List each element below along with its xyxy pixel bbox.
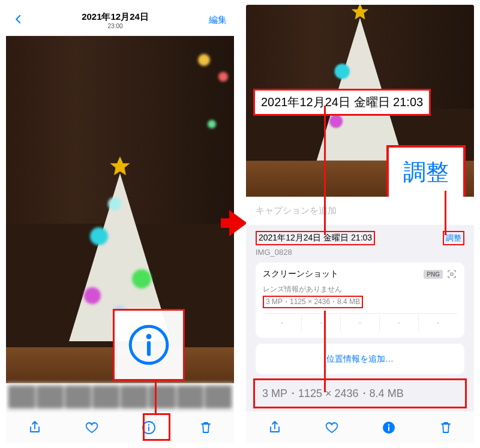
heart-icon — [325, 420, 339, 435]
camera-scan-icon — [446, 269, 457, 279]
photo-info-panel: 2021年12月24日 金曜日 21:03 調整 キャプションを追加 2021年… — [246, 5, 474, 443]
svg-point-3 — [146, 334, 152, 339]
chevron-left-icon — [13, 14, 24, 25]
header-time: 23:00 — [82, 23, 149, 29]
svg-point-6 — [388, 424, 389, 426]
media-type-label: スクリーンショット — [263, 269, 338, 279]
datetime-callout-large: 2021年12月24日 金曜日 21:03 — [253, 89, 431, 116]
adjust-callout-large: 調整 — [386, 145, 466, 197]
edit-button[interactable]: 編集 — [203, 14, 227, 26]
dimensions-callout-large: 3 MP・1125 × 2436・8.4 MB — [253, 378, 467, 408]
bottom-toolbar-right — [246, 411, 474, 443]
svg-point-4 — [451, 273, 454, 276]
share-icon — [268, 420, 282, 435]
share-button[interactable] — [266, 419, 283, 436]
header-date: 2021年12月24日 — [82, 11, 149, 23]
bottom-toolbar — [6, 411, 234, 443]
add-location-button[interactable]: 位置情報を追加… — [256, 344, 464, 374]
filename-label: IMG_0828 — [256, 248, 464, 257]
exif-row: - - - - - — [263, 313, 457, 332]
caption-input[interactable]: キャプションを追加 — [246, 197, 474, 225]
flow-arrow-icon — [229, 210, 247, 236]
lens-info: レンズ情報がありません — [263, 283, 457, 296]
dimensions-label: 3 MP・1125 × 2436・8.4 MB — [263, 296, 363, 308]
delete-button[interactable] — [437, 419, 454, 436]
metadata-datetime: 2021年12月24日 金曜日 21:03 — [256, 231, 375, 245]
image-info-card: スクリーンショット PNG レンズ情報がありません 3 MP・1125 × 24… — [256, 263, 464, 338]
photo-viewer-panel: 2021年12月24日 23:00 編集 — [6, 5, 234, 443]
favorite-button[interactable] — [323, 419, 340, 436]
delete-button[interactable] — [197, 419, 214, 436]
trash-icon — [199, 420, 213, 435]
back-button[interactable] — [13, 14, 28, 27]
share-button[interactable] — [26, 419, 43, 436]
info-icon — [142, 420, 156, 435]
svg-point-1 — [148, 424, 149, 425]
add-location-label: 位置情報を追加… — [326, 354, 394, 363]
format-badge: PNG — [424, 270, 443, 279]
info-icon-large — [127, 323, 171, 367]
photo-preview[interactable]: 2021年12月24日 金曜日 21:03 調整 — [246, 5, 474, 197]
info-icon-callout — [113, 309, 185, 381]
star-icon — [108, 155, 132, 179]
trash-icon — [439, 420, 453, 435]
favorite-button[interactable] — [83, 419, 100, 436]
info-button-active[interactable] — [380, 419, 397, 436]
info-icon-filled — [382, 420, 396, 435]
thumbnail-strip[interactable] — [6, 383, 234, 411]
info-button[interactable] — [140, 419, 157, 436]
header: 2021年12月24日 23:00 編集 — [6, 5, 234, 36]
share-icon — [28, 420, 42, 435]
heart-icon — [85, 420, 99, 435]
adjust-button[interactable]: 調整 — [443, 231, 464, 245]
